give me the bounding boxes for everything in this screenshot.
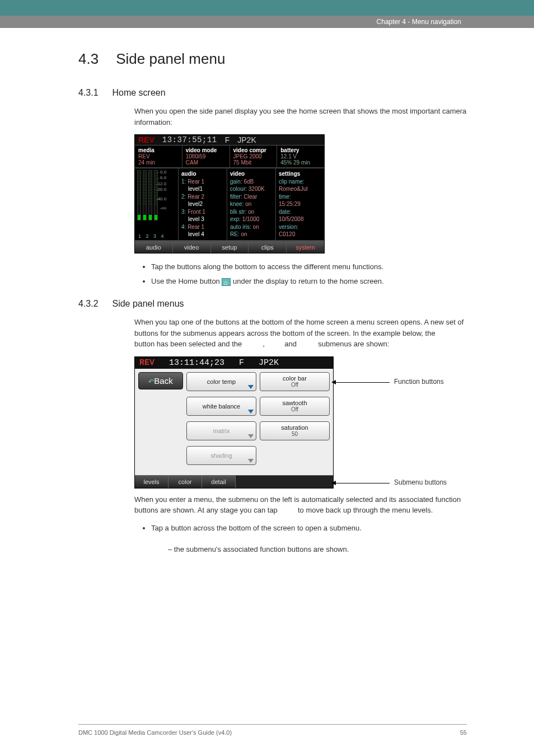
p1-432: When you tap one of the buttons at the b… <box>134 317 467 350</box>
hp-video-col: video gain: 6dB colour: 3200K filter: Cl… <box>227 168 276 240</box>
subbullets-432: the submenu's associated function button… <box>168 545 467 553</box>
tab-setup[interactable]: setup <box>211 241 249 253</box>
back-arrow-icon: ↶ <box>148 378 154 386</box>
sp-rev: REV <box>139 358 154 368</box>
subsection-number-2: 4.3.2 <box>78 299 110 309</box>
back-button[interactable]: ↶Back <box>138 372 183 389</box>
submenu-panel: REV 13:11:44;23 F JP2K ↶Back color temp … <box>134 356 334 489</box>
section-name: Side panel menu <box>116 50 225 67</box>
fn-white-balance[interactable]: white balance <box>186 397 256 416</box>
page-footer: DMC 1000 Digital Media Camcorder User's … <box>78 724 467 736</box>
meter-nums: 1 2 3 4 <box>138 233 166 239</box>
bullets-432: Tap a button across the bottom of the sc… <box>151 523 467 534</box>
subtab-levels[interactable]: levels <box>135 475 168 488</box>
dropdown-icon <box>248 410 254 414</box>
hp-settings-col: settings clip name: Romeo&Jul time: 15:2… <box>276 168 324 240</box>
subbullet-432-1: the submenu's associated function button… <box>168 545 467 553</box>
subtab-detail[interactable]: detail <box>202 475 236 488</box>
section-title: 4.3 Side panel menu <box>78 50 467 68</box>
hp-battery: battery 12.1 V 45% 29 min <box>277 145 324 167</box>
hp-codec: JP2K <box>237 135 256 144</box>
p2-432: When you enter a menu, the submenu on th… <box>134 494 467 516</box>
subsection-number: 4.3.1 <box>78 88 110 98</box>
dropdown-icon <box>248 434 254 438</box>
home-icon <box>222 278 231 286</box>
subtab-color[interactable]: color <box>168 475 202 488</box>
subsection-432: 4.3.2 Side panel menus <box>78 299 467 309</box>
sp-f: F <box>239 358 244 368</box>
hp-audio-meters: - 0.0 - 6.0 -12.0 -20.0 -40.0 -oo 1 2 3 … <box>135 168 179 240</box>
meter-2 <box>143 170 147 220</box>
bullet-2: Use the Home button under the display to… <box>151 276 467 288</box>
chapter-bar: Chapter 4 - Menu navigation <box>0 16 534 28</box>
bullets-431: Tap the buttons along the bottom to acce… <box>151 261 467 288</box>
fn-saturation[interactable]: saturation50 <box>260 421 330 440</box>
meter-1 <box>137 170 141 220</box>
subsection-name-2: Side panel menus <box>112 299 184 308</box>
subsection-431: 4.3.1 Home screen <box>78 88 467 98</box>
sp-body: ↶Back color temp white balance matrix sh… <box>135 369 333 475</box>
top-teal-bar <box>0 0 534 16</box>
hp-media: media REV 24 min <box>135 145 182 167</box>
bullet-1: Tap the buttons along the bottom to acce… <box>151 261 467 273</box>
tab-audio[interactable]: audio <box>135 241 173 253</box>
fn-matrix[interactable]: matrix <box>186 421 256 440</box>
hp-body: - 0.0 - 6.0 -12.0 -20.0 -40.0 -oo 1 2 3 … <box>135 168 324 241</box>
hp-tabs: audio video setup clips system <box>135 241 324 253</box>
hp-top-grid: media REV 24 min video mode 1080i59 CAM … <box>135 145 324 168</box>
fn-shading[interactable]: shading <box>186 446 256 465</box>
sp-timecode: 13:11:44;23 <box>169 358 224 368</box>
footer-page: 55 <box>460 729 467 736</box>
callout-line <box>336 382 390 383</box>
fn-color-temp[interactable]: color temp <box>186 372 256 391</box>
callout-function-buttons: Function buttons <box>394 378 444 386</box>
subsection-name: Home screen <box>112 88 165 97</box>
home-screen-panel: REV 13:37:55;11 F JP2K media REV 24 min … <box>134 134 325 253</box>
tab-clips[interactable]: clips <box>249 241 287 253</box>
fn-color-bar[interactable]: color barOff <box>260 372 330 391</box>
sp-tabs: levels color detail <box>135 475 333 488</box>
hp-timecode: 13:37:55;11 <box>162 135 217 144</box>
callout-line <box>336 483 390 483</box>
subtab-empty <box>236 475 333 488</box>
hp-f: F <box>225 135 230 144</box>
chapter-label: Chapter 4 - Menu navigation <box>377 18 461 26</box>
hp-header: REV 13:37:55;11 F JP2K <box>135 135 324 145</box>
fn-sawtooth[interactable]: sawtoothOff <box>260 397 330 416</box>
dropdown-icon <box>248 385 254 389</box>
hp-video-compr: video compr JPEG 2000 75 Mbit <box>230 145 278 167</box>
callout-submenu-buttons: Submenu buttons <box>394 478 447 486</box>
bullet-432-1: Tap a button across the bottom of the sc… <box>151 523 467 534</box>
intro-431: When you open the side panel display you… <box>134 106 467 128</box>
hp-audio-col: audio 1: Rear 1 level1 2: Rear 2 level2 … <box>179 168 227 240</box>
meter-scale: - 0.0 - 6.0 -12.0 -20.0 -40.0 -oo <box>156 170 166 211</box>
footer-left: DMC 1000 Digital Media Camcorder User's … <box>78 729 232 736</box>
dropdown-icon <box>248 459 254 463</box>
tab-video[interactable]: video <box>173 241 211 253</box>
hp-rev: REV <box>138 135 154 144</box>
sp-codec: JP2K <box>259 358 279 368</box>
hp-video-mode: video mode 1080i59 CAM <box>182 145 230 167</box>
meter-3 <box>148 170 152 220</box>
arrowhead-icon <box>331 380 336 384</box>
arrowhead-icon <box>331 481 336 485</box>
sp-header: REV 13:11:44;23 F JP2K <box>135 357 333 369</box>
tab-system[interactable]: system <box>287 241 324 253</box>
section-number: 4.3 <box>78 50 112 68</box>
